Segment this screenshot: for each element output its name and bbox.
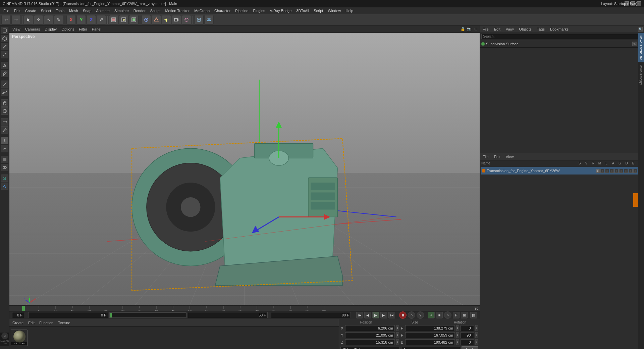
vp-menu-display[interactable]: Display bbox=[43, 27, 58, 32]
material-tool-button[interactable] bbox=[182, 15, 191, 24]
attributes-browser-tab[interactable]: Attributes Browser bbox=[638, 33, 644, 62]
bezier-tool-button[interactable] bbox=[1, 89, 8, 96]
menu-tools[interactable]: Tools bbox=[54, 8, 66, 13]
menu-create[interactable]: Create bbox=[23, 8, 38, 13]
menu-snap[interactable]: Snap bbox=[81, 8, 94, 13]
mix-tool-button[interactable] bbox=[1, 164, 8, 171]
obj-icon-v[interactable]: ○ bbox=[600, 169, 604, 173]
menu-file[interactable]: File bbox=[1, 8, 11, 13]
obj-icon-a[interactable]: ○ bbox=[619, 169, 623, 173]
menu-animate[interactable]: Animate bbox=[94, 8, 112, 13]
undo-button[interactable]: ↩ bbox=[1, 15, 11, 24]
size-p-input[interactable] bbox=[405, 332, 455, 338]
obj-icon-m[interactable]: ○ bbox=[610, 169, 614, 173]
menu-vray-bridge[interactable]: V-Ray Bridge bbox=[268, 8, 294, 13]
fields-button[interactable] bbox=[204, 15, 214, 24]
rotation-h-input[interactable] bbox=[461, 325, 474, 331]
paint-tool-button[interactable] bbox=[1, 62, 8, 69]
menu-edit[interactable]: Edit bbox=[12, 8, 22, 13]
material-function-menu[interactable]: Function bbox=[38, 320, 55, 326]
current-frame-input[interactable] bbox=[12, 312, 24, 318]
layer-tool-button[interactable] bbox=[1, 156, 8, 163]
rotation-p-input[interactable] bbox=[461, 332, 474, 338]
rp-file-menu[interactable]: File bbox=[481, 27, 490, 32]
rb-view-menu[interactable]: View bbox=[504, 154, 515, 159]
go-to-start-button[interactable]: ⏮ bbox=[356, 312, 363, 318]
size-b-spinner[interactable]: ⬍ bbox=[456, 339, 459, 345]
search-icon[interactable]: 🔍 bbox=[638, 27, 643, 32]
ss-edit-icon[interactable]: ✎ bbox=[632, 42, 637, 46]
key-options-button[interactable]: ○ bbox=[444, 311, 451, 319]
script-tool-button[interactable]: S bbox=[1, 174, 8, 182]
rp-edit-menu[interactable]: Edit bbox=[493, 27, 502, 32]
python-tool-button[interactable]: Py bbox=[1, 183, 8, 190]
knife-tool-button[interactable] bbox=[1, 126, 8, 134]
object-entry-transmission[interactable]: Transmission_for_Engine_Yanmar_6EY26W ● … bbox=[481, 167, 643, 174]
position-z-input[interactable] bbox=[345, 339, 395, 345]
size-p-spinner[interactable]: ⬍ bbox=[456, 332, 459, 338]
z-mode-button[interactable]: Z bbox=[87, 15, 96, 24]
record-motion-button[interactable]: ○ bbox=[408, 311, 415, 319]
obj-icon-l[interactable]: ○ bbox=[614, 169, 619, 173]
magnet-tool-button[interactable]: $ bbox=[1, 137, 8, 144]
vp-menu-options[interactable]: Options bbox=[60, 27, 76, 32]
size-h-input[interactable] bbox=[405, 325, 455, 331]
edge-mode-button[interactable] bbox=[1, 43, 8, 50]
menu-mograph[interactable]: MoGraph bbox=[192, 8, 212, 13]
object-tool-button[interactable] bbox=[142, 15, 151, 24]
position-y-input[interactable] bbox=[345, 332, 395, 338]
scale-tool-button[interactable]: ⤡ bbox=[44, 15, 53, 24]
menu-sculpt[interactable]: Sculpt bbox=[148, 8, 163, 13]
material-create-menu[interactable]: Create bbox=[11, 320, 25, 326]
y-mode-button[interactable]: Y bbox=[76, 15, 86, 24]
rb-file-menu[interactable]: File bbox=[481, 154, 490, 159]
rb-edit-menu[interactable]: Edit bbox=[493, 154, 502, 159]
menu-script[interactable]: Script bbox=[312, 8, 325, 13]
key-add-button[interactable]: + bbox=[428, 312, 435, 318]
menu-help[interactable]: Help bbox=[344, 8, 356, 13]
size-b-input[interactable] bbox=[405, 339, 455, 345]
redo-button[interactable]: ↪ bbox=[11, 15, 21, 24]
go-to-end-button[interactable]: ⏭ bbox=[388, 312, 395, 318]
end-frame-input[interactable] bbox=[188, 312, 268, 318]
x-mode-button[interactable]: X bbox=[66, 15, 76, 24]
measure-tool-button[interactable] bbox=[1, 118, 8, 126]
rp-tags-menu[interactable]: Tags bbox=[536, 27, 546, 32]
play-backward-button[interactable]: ◀ bbox=[364, 312, 371, 318]
menu-motion-tracker[interactable]: Motion Tracker bbox=[163, 8, 192, 13]
vp-menu-filter[interactable]: Filter bbox=[77, 27, 89, 32]
rotation-b-input[interactable] bbox=[461, 339, 474, 345]
apply-button[interactable]: Apply bbox=[462, 346, 478, 349]
timeline-current-frame-marker[interactable] bbox=[22, 306, 25, 311]
subdivision-surface-entry[interactable]: Subdivision Surface ✎ ✓ bbox=[480, 40, 644, 48]
rotation-p-spinner[interactable]: ⬍ bbox=[475, 332, 478, 338]
sphere-tool-button[interactable] bbox=[1, 107, 8, 115]
play-step-forward-button[interactable]: ▶| bbox=[380, 312, 387, 318]
timeline-ruler[interactable]: 0 5 10 15 20 bbox=[9, 306, 480, 311]
rotate-tool-button[interactable]: ↻ bbox=[54, 15, 63, 24]
coord-size-dropdown[interactable]: Size Scale bbox=[401, 347, 461, 349]
deformer-button[interactable] bbox=[194, 15, 204, 24]
scene-tool-button[interactable] bbox=[152, 15, 161, 24]
material-item-vr-tran[interactable]: VR_Tran bbox=[11, 330, 28, 346]
play-options-button[interactable]: ? bbox=[417, 311, 424, 319]
polygon-mode-button[interactable] bbox=[1, 35, 8, 42]
viewport[interactable]: Perspective Grid Spacing : 100 cm X Y Z bbox=[9, 33, 480, 305]
point-mode-button[interactable] bbox=[1, 51, 8, 58]
right-orange-tab[interactable] bbox=[633, 193, 638, 207]
menu-pipeline[interactable]: Pipeline bbox=[233, 8, 250, 13]
play-forward-button[interactable]: ▶ bbox=[372, 312, 379, 318]
vp-menu-view[interactable]: View bbox=[11, 27, 22, 32]
select-tool-button[interactable] bbox=[24, 15, 33, 24]
brush-tool-button[interactable] bbox=[1, 70, 8, 77]
obj-icon-g[interactable]: ○ bbox=[624, 169, 628, 173]
rp-objects-menu[interactable]: Objects bbox=[518, 27, 533, 32]
obj-icon-r[interactable]: ○ bbox=[605, 169, 609, 173]
render-region-button[interactable] bbox=[109, 15, 118, 24]
spline-tool-button[interactable] bbox=[1, 81, 8, 88]
obj-icon-d[interactable]: ○ bbox=[629, 169, 633, 173]
rp-view-menu[interactable]: View bbox=[504, 27, 515, 32]
vp-menu-cameras[interactable]: Cameras bbox=[23, 27, 42, 32]
coord-space-dropdown[interactable]: Object (Rel) Object (Abs) World bbox=[340, 347, 400, 349]
render-all-button[interactable] bbox=[129, 15, 139, 24]
